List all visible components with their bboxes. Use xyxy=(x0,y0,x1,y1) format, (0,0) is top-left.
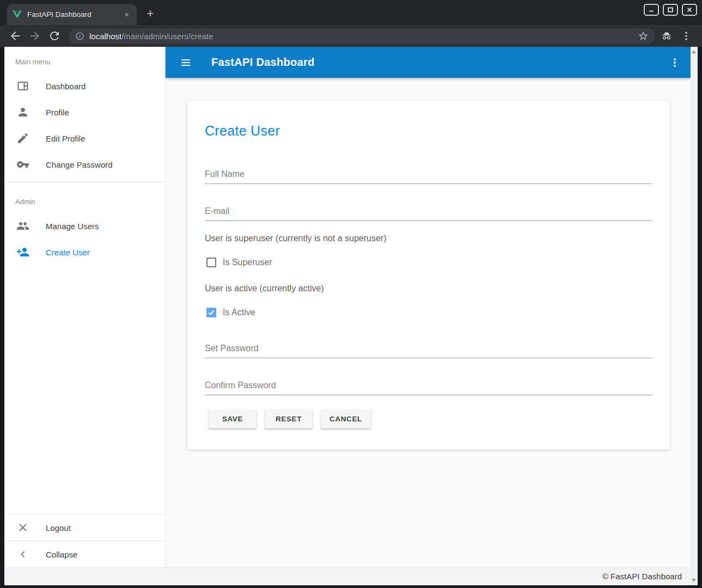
cancel-button[interactable]: CANCEL xyxy=(321,409,371,428)
sidebar-item-dashboard[interactable]: Dashboard xyxy=(4,73,165,99)
chevron-left-icon xyxy=(16,548,29,561)
save-button[interactable]: SAVE xyxy=(209,409,257,428)
scrollbar-up-arrow-icon[interactable] xyxy=(692,50,696,53)
browser-tab-strip: FastAPI Dashboard × + xyxy=(0,0,702,25)
sidebar-item-edit-profile[interactable]: Edit Profile xyxy=(4,125,165,151)
close-button[interactable] xyxy=(682,4,697,16)
set-password-field xyxy=(205,344,652,358)
refresh-icon[interactable] xyxy=(48,29,61,42)
hamburger-menu-icon[interactable] xyxy=(180,57,192,69)
close-x-icon xyxy=(16,521,29,534)
bookmark-star-icon[interactable] xyxy=(638,30,649,41)
create-user-card: Create User User is superuser (currently… xyxy=(187,101,670,450)
sidebar-item-collapse[interactable]: Collapse xyxy=(4,541,165,567)
pencil-icon xyxy=(16,132,29,145)
appbar-title: FastAPI Dashboard xyxy=(211,56,315,69)
minimize-button[interactable] xyxy=(644,4,659,16)
person-icon xyxy=(16,106,29,119)
vertical-scrollbar[interactable] xyxy=(691,47,698,585)
tab-close-icon[interactable]: × xyxy=(122,10,131,19)
site-info-icon[interactable] xyxy=(75,32,84,41)
sidebar-item-change-password[interactable]: Change Password xyxy=(4,151,165,177)
window-controls xyxy=(644,4,697,16)
superuser-hint: User is superuser (currently is not a su… xyxy=(205,233,652,243)
url-path: /main/admin/users/create xyxy=(121,32,213,41)
forward-icon[interactable] xyxy=(28,29,41,42)
tab-title: FastAPI Dashboard xyxy=(27,10,122,19)
confirm-password-input[interactable] xyxy=(205,381,652,395)
superuser-checkbox-row: Is Superuser xyxy=(206,257,652,268)
sidebar-section-header-admin: Admin xyxy=(4,187,165,213)
sidebar-item-profile[interactable]: Profile xyxy=(4,99,165,125)
full-name-field xyxy=(205,169,652,184)
maximize-button[interactable] xyxy=(663,4,678,16)
copyright-text: © FastAPI Dashboard xyxy=(602,572,682,581)
toolbar-right xyxy=(661,30,697,42)
page-viewport: Main menu Dashboard Profile Edit Profile… xyxy=(4,47,698,585)
is-active-checkbox[interactable] xyxy=(206,308,216,317)
scrollbar-down-arrow-icon[interactable] xyxy=(692,579,696,582)
checkmark-icon xyxy=(207,309,215,316)
app-bar: FastAPI Dashboard xyxy=(166,47,691,78)
person-add-icon xyxy=(16,246,29,259)
sidebar-item-label: Create User xyxy=(46,248,90,257)
page-footer: © FastAPI Dashboard xyxy=(4,567,691,585)
incognito-icon xyxy=(661,30,673,42)
reset-button[interactable]: RESET xyxy=(265,409,313,428)
email-field xyxy=(205,206,652,221)
appbar-kebab-icon[interactable] xyxy=(669,57,681,69)
browser-toolbar: localhost/main/admin/users/create xyxy=(0,25,702,47)
url-host: localhost xyxy=(89,32,121,41)
sidebar-item-label: Profile xyxy=(46,108,69,117)
set-password-input[interactable] xyxy=(205,344,652,358)
sidebar-item-label: Edit Profile xyxy=(46,134,86,143)
active-hint: User is active (currently active) xyxy=(205,283,652,293)
form-actions: SAVE RESET CANCEL xyxy=(209,409,652,428)
sidebar-item-label: Manage Users xyxy=(46,222,99,231)
address-bar[interactable]: localhost/main/admin/users/create xyxy=(69,28,655,44)
sidebar-section-header-main: Main menu xyxy=(4,47,165,73)
sidebar-item-logout[interactable]: Logout xyxy=(4,514,165,541)
people-icon xyxy=(16,219,29,232)
sidebar-bottom: Logout Collapse xyxy=(4,514,165,567)
sidebar-item-manage-users[interactable]: Manage Users xyxy=(4,213,165,239)
sidebar: Main menu Dashboard Profile Edit Profile… xyxy=(4,47,166,567)
key-icon xyxy=(16,158,29,171)
sidebar-divider xyxy=(4,182,165,182)
sidebar-item-label: Logout xyxy=(46,523,71,532)
browser-tab[interactable]: FastAPI Dashboard × xyxy=(7,4,137,25)
is-superuser-checkbox[interactable] xyxy=(206,258,216,267)
browser-menu-kebab-icon[interactable] xyxy=(680,30,692,42)
full-name-input[interactable] xyxy=(205,169,652,184)
back-icon[interactable] xyxy=(9,29,22,42)
checkbox-label: Is Superuser xyxy=(223,258,272,267)
main-content: FastAPI Dashboard Create User User is su… xyxy=(166,47,691,567)
vue-logo-favicon xyxy=(13,10,22,19)
sidebar-item-label: Collapse xyxy=(46,550,77,559)
page-title: Create User xyxy=(205,123,652,139)
active-checkbox-row: Is Active xyxy=(206,307,652,318)
sidebar-item-label: Dashboard xyxy=(46,82,86,91)
sidebar-item-label: Change Password xyxy=(46,160,113,169)
dashboard-icon xyxy=(16,79,29,93)
confirm-password-field xyxy=(205,381,652,395)
checkbox-label: Is Active xyxy=(223,308,255,317)
new-tab-button[interactable]: + xyxy=(143,7,158,22)
sidebar-item-create-user[interactable]: Create User xyxy=(4,239,165,265)
email-input[interactable] xyxy=(205,206,652,221)
